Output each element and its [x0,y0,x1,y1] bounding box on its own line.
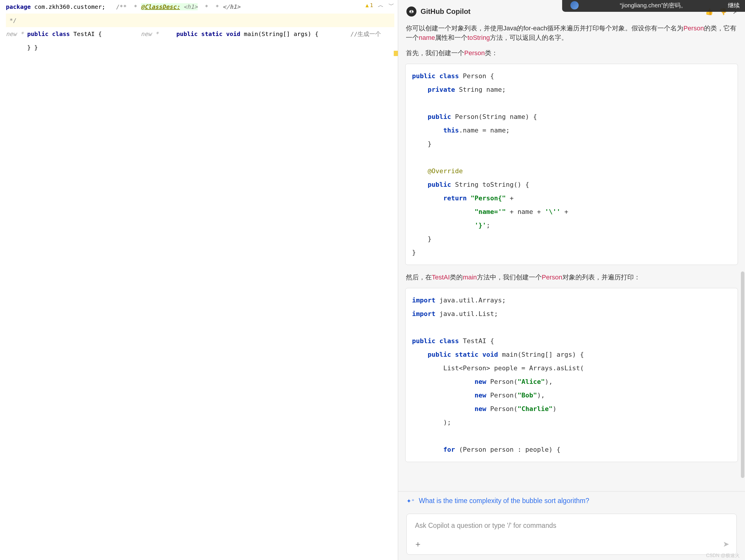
sparkle-icon: ✦⁺ [407,497,415,504]
copilot-body: 你可以创建一个对象列表，并使用Java的for-each循环来遍历并打印每个对象… [398,19,745,491]
avatar-icon [571,1,579,9]
continue-button[interactable]: 继续 [728,1,740,9]
editor-pane: ▲ 1 ︿ ﹀ package com.zkh360.customer; /**… [0,0,398,560]
code-card-person[interactable]: public class Person { private String nam… [405,64,738,265]
copilot-paragraph: 你可以创建一个对象列表，并使用Java的for-each循环来遍历并打印每个对象… [406,24,737,42]
warning-badge[interactable]: ▲ 1 [365,2,373,8]
chevron-down-icon[interactable]: ﹀ [388,1,394,9]
suggestion-text: What is the time complexity of the bubbl… [419,497,589,505]
copilot-paragraph: 首先，我们创建一个Person类： [406,49,737,58]
editor-top-icons: ▲ 1 ︿ ﹀ [365,1,394,9]
system-notification: “jiongliang.chen”的密码。 继续 [562,0,745,12]
gutter-change-marker [394,51,398,56]
suggestion-row[interactable]: ✦⁺ What is the time complexity of the bu… [398,491,745,510]
copilot-title: GitHub Copilot [421,7,471,15]
watermark: CSDN @极速火 [706,553,740,559]
warning-count: 1 [370,2,373,8]
notification-text: “jiongliang.chen”的密码。 [587,1,720,9]
plus-icon[interactable]: ＋ [414,538,422,550]
ask-box: ＋ ➤ [407,514,737,555]
code-card-testai[interactable]: import java.util.Arrays; import java.uti… [405,288,738,462]
send-icon[interactable]: ➤ [723,540,730,549]
scrollbar[interactable] [741,272,744,478]
copilot-pane: GitHub Copilot 👍 👎 ↗ 你可以创建一个对象列表，并使用Java… [398,0,745,560]
chevron-up-icon[interactable]: ︿ [378,1,384,9]
copilot-paragraph: 然后，在TestAI类的main方法中，我们创建一个Person对象的列表，并遍… [406,273,737,282]
ask-input[interactable] [407,514,737,535]
warning-icon: ▲ [365,2,369,8]
code-editor[interactable]: package com.zkh360.customer; /** * @Clas… [0,0,398,54]
keyword-package: package [6,3,31,10]
copilot-logo-icon [407,6,416,17]
